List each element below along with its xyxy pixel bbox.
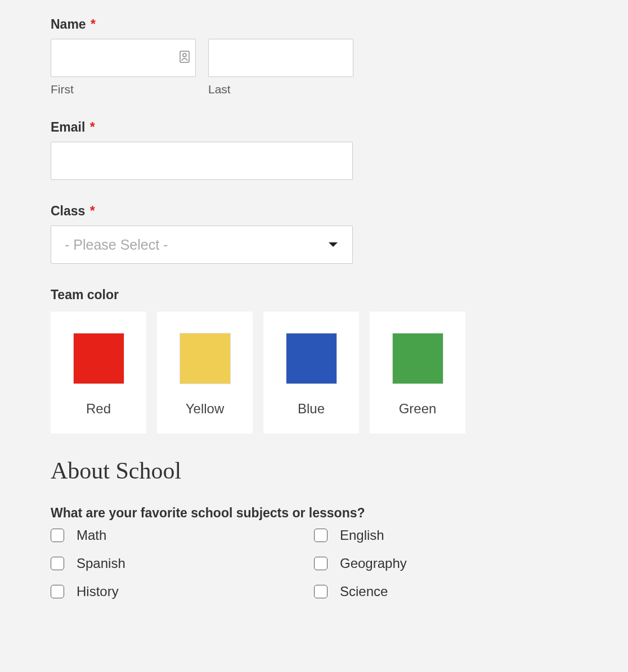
last-name-col: Last xyxy=(208,39,353,96)
subject-row: Math xyxy=(51,527,314,543)
required-asterisk: * xyxy=(91,17,96,31)
color-option-label: Yellow xyxy=(186,401,225,417)
email-field-group: Email * xyxy=(51,120,577,180)
color-swatch xyxy=(73,333,124,384)
name-row: First Last xyxy=(51,39,577,96)
subjects-label: What are your favorite school subjects o… xyxy=(51,506,577,521)
color-option-red[interactable]: Red xyxy=(51,312,146,434)
first-name-wrap xyxy=(51,39,196,77)
subject-checkbox-science[interactable] xyxy=(314,585,328,598)
subjects-col-1: Math Spanish History xyxy=(51,527,314,599)
subject-checkbox-english[interactable] xyxy=(314,529,328,542)
contact-card-icon xyxy=(179,50,190,66)
color-option-label: Red xyxy=(86,401,111,417)
email-label: Email * xyxy=(51,120,577,135)
subject-row: History xyxy=(51,584,314,599)
class-select-wrap: - Please Select - xyxy=(51,225,353,264)
subject-label[interactable]: Geography xyxy=(340,556,407,571)
subject-label[interactable]: Science xyxy=(340,584,388,599)
subject-checkbox-geography[interactable] xyxy=(314,557,328,570)
first-name-col: First xyxy=(51,39,196,96)
required-asterisk: * xyxy=(90,120,95,134)
color-swatch xyxy=(286,333,337,384)
subject-row: Science xyxy=(314,584,577,599)
class-label: Class * xyxy=(51,204,577,219)
subject-row: Spanish xyxy=(51,556,314,571)
first-name-input[interactable] xyxy=(51,39,196,77)
subject-row: English xyxy=(314,527,577,543)
team-color-field-group: Team color Red Yellow Blue Green xyxy=(51,287,577,434)
required-asterisk: * xyxy=(90,204,95,218)
email-label-text: Email xyxy=(51,120,85,134)
color-option-blue[interactable]: Blue xyxy=(263,312,359,434)
subjects-col-2: English Geography Science xyxy=(314,527,577,599)
about-school-heading: About School xyxy=(51,457,577,484)
subject-label[interactable]: Math xyxy=(77,527,106,543)
name-label: Name * xyxy=(51,17,577,32)
class-field-group: Class * - Please Select - xyxy=(51,204,577,264)
name-label-text: Name xyxy=(51,17,86,31)
subjects-grid: Math Spanish History English G xyxy=(51,527,577,599)
color-option-green[interactable]: Green xyxy=(370,312,465,434)
class-select[interactable]: - Please Select - xyxy=(51,225,353,264)
subject-label[interactable]: History xyxy=(77,584,119,599)
subject-row: Geography xyxy=(314,556,577,571)
color-swatch xyxy=(180,333,231,384)
email-input[interactable] xyxy=(51,142,353,180)
form-container: Name * First Las xyxy=(19,0,609,672)
subject-label[interactable]: English xyxy=(340,527,384,543)
name-field-group: Name * First Las xyxy=(51,17,577,96)
team-color-grid: Red Yellow Blue Green xyxy=(51,312,577,434)
subject-checkbox-spanish[interactable] xyxy=(51,557,64,570)
class-label-text: Class xyxy=(51,204,85,218)
subject-label[interactable]: Spanish xyxy=(77,556,125,571)
team-color-label: Team color xyxy=(51,287,577,303)
subjects-field-group: What are your favorite school subjects o… xyxy=(51,506,577,599)
color-option-yellow[interactable]: Yellow xyxy=(157,312,253,434)
first-name-sublabel: First xyxy=(51,83,196,96)
subject-checkbox-history[interactable] xyxy=(51,585,64,598)
color-option-label: Green xyxy=(399,401,437,417)
last-name-input[interactable] xyxy=(208,39,353,77)
last-name-sublabel: Last xyxy=(208,83,353,96)
color-swatch xyxy=(392,333,443,384)
subject-checkbox-math[interactable] xyxy=(51,529,64,542)
color-option-label: Blue xyxy=(298,401,325,417)
svg-point-1 xyxy=(183,53,186,57)
